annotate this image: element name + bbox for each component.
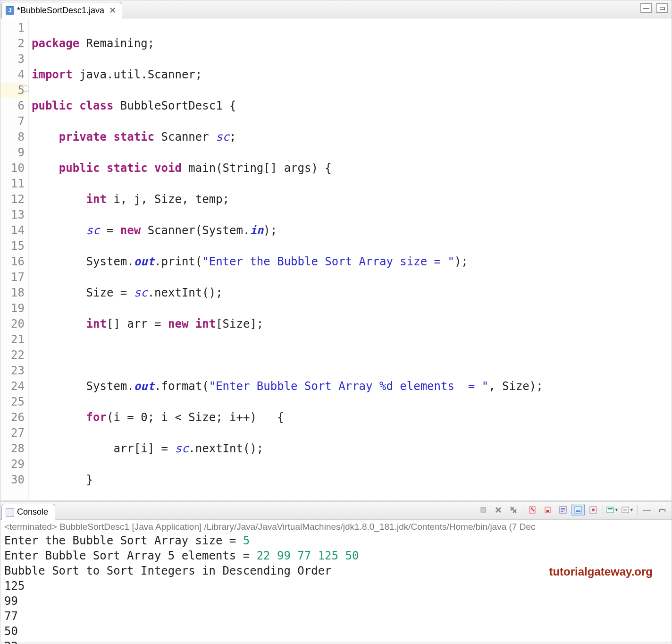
minimize-view-icon[interactable]: ― [640,504,654,516]
line-number: 18 [0,285,25,301]
pin-console-icon[interactable] [587,504,600,516]
line-number: 22 [0,347,25,363]
svg-rect-10 [608,508,613,509]
line-number: 3 [0,51,25,67]
line-number: 4 [0,67,25,83]
line-number: 26 [0,410,25,425]
code-text[interactable]: package Remaining; import java.util.Scan… [29,18,672,500]
display-selected-icon[interactable]: ▼ [606,504,619,516]
console-toolbar: ▼ ▼ ― ▭ [477,504,669,516]
watermark-text: tutorialgateway.org [549,564,653,579]
console-line: Enter Bubble Sort Array 5 elements = [4,549,257,562]
console-tab-bar: Console ▼ ▼ ― ▭ [0,502,672,520]
console-line: 50 [4,624,668,639]
line-number: 1 [0,20,25,36]
minimize-button[interactable]: ― [640,3,652,13]
svg-rect-0 [481,508,486,512]
word-wrap-icon[interactable] [556,504,570,516]
line-number: 23 [0,363,25,379]
line-number-gutter: 1 2 3 4 5− 6 7 8 9 10 11 12 13 14 15 16 … [0,18,29,500]
console-process-header: <terminated> BubbleSortDesc1 [Java Appli… [0,520,672,533]
line-number: 9 [0,145,25,161]
line-number: 11 [0,176,25,192]
line-number: 15 [0,238,25,254]
svg-rect-1 [529,507,535,513]
console-input: 5 [243,534,250,547]
terminate-icon[interactable] [477,504,490,516]
remove-all-icon[interactable] [507,504,520,516]
toolbar-separator [603,505,603,515]
svg-rect-11 [622,507,629,513]
clear-console-icon[interactable] [526,504,539,516]
line-number: 29 [0,457,25,472]
svg-rect-6 [576,510,580,512]
console-output[interactable]: Enter the Bubble Sort Array size = 5 Ent… [0,533,672,644]
svg-rect-9 [607,507,613,513]
line-number: 8 [0,129,25,145]
line-number: 24 [0,379,25,394]
code-area[interactable]: 1 2 3 4 5− 6 7 8 9 10 11 12 13 14 15 16 … [0,18,672,500]
line-number: 7 [0,114,25,129]
line-number: 28 [0,441,25,457]
console-line: 99 [4,593,668,609]
editor-pane: J *BubbleSortDesc1.java ✕ ― ▭ 1 2 3 4 5−… [0,0,672,500]
line-number: 16 [0,254,25,270]
svg-rect-3 [546,510,549,512]
close-icon[interactable]: ✕ [107,5,116,16]
show-console-icon[interactable] [571,504,585,516]
line-number: 30 [0,472,25,488]
console-line: 77 [4,609,668,624]
toolbar-separator [523,505,523,515]
open-console-icon[interactable]: ▼ [621,504,634,516]
line-number: 2 [0,36,25,51]
console-line: 22 [4,639,668,644]
java-file-icon: J [6,6,14,15]
editor-tab-bar: J *BubbleSortDesc1.java ✕ ― ▭ [0,0,672,18]
fold-icon[interactable]: − [23,85,29,92]
scroll-lock-icon[interactable] [541,504,554,516]
line-number: 5− [0,83,25,98]
svg-point-8 [592,508,595,511]
console-input: 22 99 77 125 50 [257,549,359,562]
line-number: 10 [0,161,25,176]
maximize-button[interactable]: ▭ [656,3,668,13]
line-number: 12 [0,192,25,207]
tab-title: *BubbleSortDesc1.java [17,6,104,16]
toolbar-separator [637,505,638,515]
console-line: Enter the Bubble Sort Array size = [4,534,243,547]
console-icon [6,508,14,517]
line-number: 20 [0,316,25,332]
line-number: 25 [0,394,25,410]
line-number: 6 [0,98,25,114]
remove-launch-icon[interactable] [492,504,505,516]
maximize-view-icon[interactable]: ▭ [655,504,669,516]
editor-tab[interactable]: J *BubbleSortDesc1.java ✕ [1,2,122,18]
line-number: 17 [0,270,25,285]
console-line: 125 [4,578,668,593]
line-number: 27 [0,425,25,441]
console-pane: Console ▼ ▼ ― ▭ <terminated> BubbleSortD… [0,501,672,643]
line-number: 13 [0,207,25,223]
console-tab[interactable]: Console [1,504,55,520]
line-number: 19 [0,301,25,316]
line-number: 14 [0,223,25,238]
console-tab-title: Console [17,507,48,517]
window-controls: ― ▭ [640,3,668,13]
line-number: 21 [0,332,25,347]
